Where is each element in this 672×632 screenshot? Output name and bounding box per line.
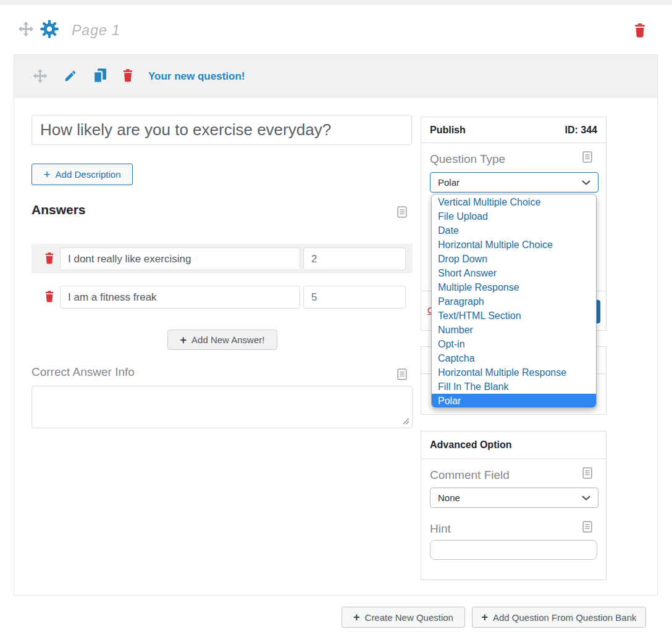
comment-field-docs-icon[interactable] — [582, 467, 593, 479]
survey-question-editor: Page 1 — [0, 0, 672, 632]
question-type-docs-icon[interactable] — [582, 151, 593, 163]
chevron-down-icon — [582, 180, 590, 185]
dropdown-option[interactable]: File Upload — [432, 209, 596, 223]
question-type-selected-value: Polar — [438, 177, 460, 188]
question-header-title: Your new question! — [148, 70, 245, 83]
dropdown-option[interactable]: Fill In The Blank — [432, 380, 596, 394]
hint-docs-icon[interactable] — [582, 521, 593, 533]
answers-docs-icon[interactable] — [397, 206, 408, 218]
question-delete-trash-icon[interactable] — [122, 68, 134, 83]
question-type-dropdown-list: Vertical Multiple Choice File Upload Dat… — [431, 194, 597, 408]
publish-panel-header: Publish ID: 344 — [421, 117, 606, 143]
dropdown-option[interactable]: Short Answer — [432, 266, 596, 280]
chevron-down-icon — [582, 496, 590, 501]
answer-row — [32, 244, 413, 273]
comment-field-select[interactable]: None — [430, 488, 598, 508]
hint-input[interactable] — [430, 540, 597, 560]
question-id-badge: ID: 344 — [565, 125, 597, 136]
answer-text-input[interactable] — [60, 247, 300, 270]
advanced-option-header: Advanced Option — [421, 431, 606, 459]
top-strip — [0, 0, 672, 5]
delete-answer-trash-icon[interactable] — [44, 289, 55, 304]
comment-field-selected-value: None — [438, 493, 460, 503]
page-move-handle-icon[interactable] — [17, 20, 35, 38]
dropdown-option[interactable]: Horizontal Multiple Response — [432, 365, 596, 380]
edit-pencil-icon[interactable] — [64, 69, 77, 83]
textarea-resize-grip[interactable] — [403, 418, 410, 425]
question-header-bar: Your new question! — [14, 55, 657, 98]
dropdown-option[interactable]: Number — [432, 323, 596, 337]
plus-icon: + — [353, 612, 360, 623]
dropdown-option[interactable]: Vertical Multiple Choice — [432, 195, 596, 209]
dropdown-option[interactable]: Paragraph — [432, 294, 596, 309]
dropdown-option[interactable]: Text/HTML Section — [432, 309, 596, 323]
page-title: Page 1 — [72, 22, 120, 39]
correct-answer-info-textarea[interactable] — [32, 386, 413, 428]
advanced-option-title: Advanced Option — [430, 439, 511, 451]
question-type-label: Question Type — [430, 152, 505, 166]
publish-title: Publish — [430, 125, 466, 136]
question-type-select[interactable]: Polar — [430, 172, 598, 193]
plus-icon: + — [44, 168, 51, 180]
dropdown-option[interactable]: Horizontal Multiple Choice — [432, 238, 596, 252]
plus-icon: + — [180, 335, 187, 346]
duplicate-copy-icon[interactable] — [92, 67, 107, 84]
answers-heading: Answers — [32, 202, 86, 217]
answer-points-input[interactable] — [303, 286, 406, 309]
dropdown-option[interactable]: Opt-in — [432, 337, 596, 351]
answer-points-input[interactable] — [303, 247, 406, 270]
question-move-handle-icon[interactable] — [32, 68, 48, 84]
dropdown-option[interactable]: Multiple Response — [432, 280, 596, 294]
delete-answer-trash-icon[interactable] — [44, 251, 55, 265]
answer-text-input[interactable] — [60, 286, 300, 309]
add-description-button[interactable]: + Add Description — [32, 164, 133, 185]
dropdown-option[interactable]: Drop Down — [432, 252, 596, 266]
dropdown-option-selected[interactable]: Polar — [432, 394, 596, 408]
add-question-from-bank-button[interactable]: + Add Question From Question Bank — [472, 607, 646, 628]
page-settings-gear-icon[interactable] — [40, 19, 59, 39]
question-title-input[interactable] — [32, 115, 412, 145]
comment-field-label: Comment Field — [430, 468, 510, 482]
answer-row — [32, 282, 413, 312]
correct-answer-info-docs-icon[interactable] — [397, 368, 408, 380]
dropdown-option[interactable]: Captcha — [432, 351, 596, 365]
hint-label: Hint — [430, 522, 451, 536]
correct-answer-info-label: Correct Answer Info — [32, 365, 135, 379]
create-new-question-button[interactable]: + Create New Question — [342, 607, 465, 628]
plus-icon: + — [481, 612, 488, 623]
question-container: Your new question! + Add Description Ans… — [14, 54, 658, 596]
advanced-option-panel: Advanced Option Comment Field None Hint — [421, 431, 607, 580]
add-new-answer-button[interactable]: + Add New Answer! — [167, 330, 277, 350]
page-delete-trash-icon[interactable] — [633, 22, 647, 39]
dropdown-option[interactable]: Date — [432, 223, 596, 238]
